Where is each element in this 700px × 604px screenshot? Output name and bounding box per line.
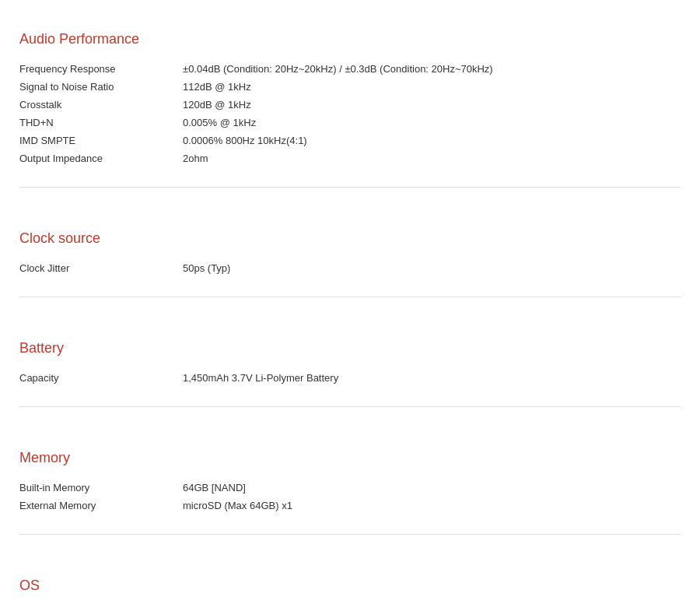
section-title-audio-performance: Audio Performance (19, 31, 681, 47)
spec-label: Signal to Noise Ratio (19, 81, 183, 93)
section-gap (19, 543, 681, 562)
spec-value: microSD (Max 64GB) x1 (183, 500, 681, 511)
section-title-memory: Memory (19, 450, 681, 466)
spec-value: 1,450mAh 3.7V Li-Polymer Battery (183, 372, 681, 384)
spec-value: 50ps (Typ) (183, 262, 681, 274)
spec-row: Signal to Noise Ratio112dB @ 1kHz (19, 78, 681, 96)
section-divider (19, 297, 681, 297)
section-gap (19, 305, 681, 325)
spec-value: ±0.04dB (Condition: 20Hz~20kHz) / ±0.3dB… (183, 63, 681, 75)
spec-label: Output Impedance (19, 153, 183, 164)
spec-row: External MemorymicroSD (Max 64GB) x1 (19, 497, 681, 514)
spec-label: THD+N (19, 117, 183, 128)
section-audio-performance: Audio PerformanceFrequency Response±0.04… (19, 16, 681, 179)
spec-row: Frequency Response±0.04dB (Condition: 20… (19, 60, 681, 78)
spec-label: Frequency Response (19, 63, 183, 75)
section-title-os: OS (19, 578, 681, 594)
spec-value: 120dB @ 1kHz (183, 99, 681, 111)
spec-value: 112dB @ 1kHz (183, 81, 681, 93)
spec-row: Crosstalk120dB @ 1kHz (19, 96, 681, 114)
spec-value: 0.0006% 800Hz 10kHz(4:1) (183, 135, 681, 146)
section-battery: BatteryCapacity1,450mAh 3.7V Li-Polymer … (19, 325, 681, 399)
section-clock-source: Clock sourceClock Jitter50ps (Typ) (19, 215, 681, 289)
spec-value: 0.005% @ 1kHz (183, 117, 681, 128)
spec-label: Built-in Memory (19, 482, 183, 493)
section-gap (19, 195, 681, 215)
section-divider (19, 187, 681, 188)
spec-label: External Memory (19, 500, 183, 511)
section-gap (19, 415, 681, 434)
spec-value: 2ohm (183, 153, 681, 164)
spec-row: THD+N0.005% @ 1kHz (19, 114, 681, 132)
section-memory: MemoryBuilt-in Memory64GB [NAND]External… (19, 434, 681, 526)
section-divider (19, 534, 681, 535)
spec-label: Capacity (19, 372, 183, 384)
section-title-clock-source: Clock source (19, 230, 681, 247)
spec-label: IMD SMPTE (19, 135, 183, 146)
spec-row: IMD SMPTE0.0006% 800Hz 10kHz(4:1) (19, 132, 681, 149)
page-container: Audio PerformanceFrequency Response±0.04… (0, 0, 700, 604)
spec-label: Clock Jitter (19, 262, 183, 274)
spec-row: Output Impedance2ohm (19, 149, 681, 167)
spec-row: Built-in Memory64GB [NAND] (19, 479, 681, 497)
section-divider (19, 406, 681, 407)
section-title-battery: Battery (19, 340, 681, 356)
section-os: OSSupported OSWindows XP, Windows 7,8 (3… (19, 562, 681, 604)
spec-row: Capacity1,450mAh 3.7V Li-Polymer Battery (19, 369, 681, 387)
spec-row: Clock Jitter50ps (Typ) (19, 259, 681, 277)
spec-label: Crosstalk (19, 99, 183, 111)
spec-value: 64GB [NAND] (183, 482, 681, 493)
